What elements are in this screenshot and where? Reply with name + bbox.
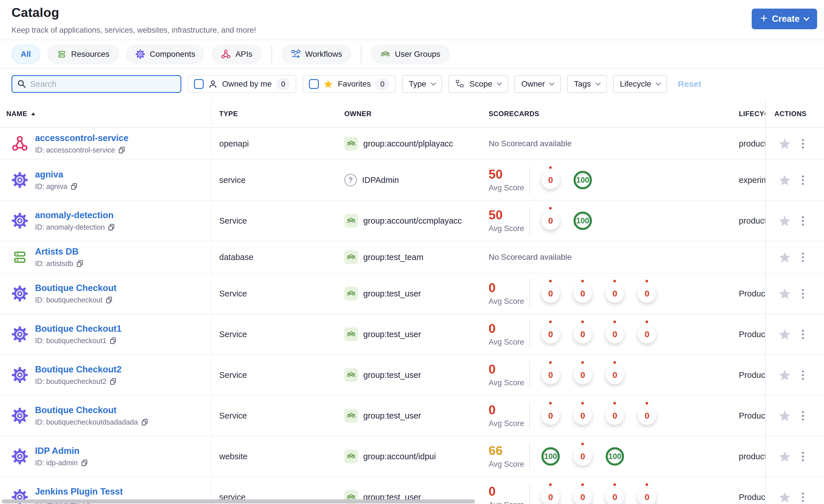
- scorecard-badge[interactable]: 0: [638, 488, 656, 504]
- copy-icon[interactable]: [141, 418, 148, 426]
- kebab-menu-icon[interactable]: [801, 174, 805, 186]
- entity-type: Service: [219, 216, 247, 225]
- favorite-star-icon[interactable]: [778, 137, 792, 150]
- entity-name-link[interactable]: anomaly-detection: [35, 210, 115, 221]
- filter-dropdown-tags[interactable]: Tags: [567, 75, 607, 93]
- kebab-menu-icon[interactable]: [801, 329, 805, 340]
- scorecard-badge[interactable]: 0: [638, 406, 656, 425]
- kebab-menu-icon[interactable]: [801, 451, 805, 463]
- scorecard-badge[interactable]: 100: [606, 447, 624, 466]
- kebab-menu-icon[interactable]: [801, 410, 805, 422]
- table-row: anomaly-detection ID: anomaly-detection …: [0, 201, 824, 241]
- no-scorecard-text: No Scorecard available: [489, 139, 572, 148]
- search-input[interactable]: [30, 80, 176, 89]
- avg-score-value: 50: [489, 209, 529, 222]
- scorecard-badge[interactable]: 0: [541, 284, 560, 303]
- scorecard-badge[interactable]: 0: [606, 284, 624, 303]
- kebab-menu-icon[interactable]: [801, 369, 805, 381]
- tab-components[interactable]: Components: [126, 45, 205, 64]
- scorecard-badge[interactable]: 0: [541, 406, 560, 425]
- copy-icon[interactable]: [109, 337, 117, 345]
- scorecard-badge[interactable]: 0: [541, 325, 560, 344]
- tab-user-groups[interactable]: User Groups: [371, 45, 449, 64]
- favorite-star-icon[interactable]: [778, 368, 792, 382]
- scorecard-badge[interactable]: 100: [574, 171, 592, 189]
- favorite-star-icon[interactable]: [778, 450, 792, 463]
- copy-icon[interactable]: [118, 146, 126, 154]
- scorecard-badge[interactable]: 0: [638, 284, 656, 303]
- scorecard-badge[interactable]: 0: [574, 366, 592, 384]
- kebab-menu-icon[interactable]: [801, 138, 805, 150]
- horizontal-scrollbar[interactable]: [2, 499, 475, 503]
- entity-name-link[interactable]: Boutique Checkout: [35, 405, 148, 415]
- entity-name-link[interactable]: Boutique Checkout: [35, 283, 116, 293]
- service-icon: [11, 172, 28, 188]
- entity-name-link[interactable]: IDP Admin: [35, 446, 88, 456]
- create-button[interactable]: + Create: [752, 9, 817, 29]
- scorecard-badge[interactable]: 0: [574, 406, 592, 425]
- scorecard-badge[interactable]: 0: [606, 406, 624, 425]
- scorecard-badge[interactable]: 0: [574, 284, 592, 303]
- kebab-menu-icon[interactable]: [801, 251, 805, 263]
- favorite-star-icon[interactable]: [778, 250, 792, 264]
- copy-icon[interactable]: [70, 182, 78, 191]
- scorecard-badge[interactable]: 0: [574, 488, 592, 504]
- tab-workflows[interactable]: Workflows: [282, 45, 351, 64]
- scorecard-badge[interactable]: 100: [541, 447, 560, 466]
- entity-name-link[interactable]: Boutique Checkout2: [35, 364, 121, 375]
- filter-dropdown-scope[interactable]: Scope: [448, 75, 508, 93]
- kebab-menu-icon[interactable]: [801, 215, 805, 227]
- scorecard-badge[interactable]: 0: [574, 325, 592, 344]
- search-box[interactable]: [11, 75, 181, 93]
- copy-icon[interactable]: [81, 459, 88, 467]
- filter-dropdown-type[interactable]: Type: [402, 75, 442, 93]
- filter-dropdown-owner[interactable]: Owner: [514, 75, 560, 93]
- favorite-star-icon[interactable]: [778, 287, 792, 300]
- favorite-star-icon[interactable]: [778, 328, 792, 341]
- filter-dropdown-lifecycle[interactable]: Lifecycle: [613, 75, 667, 93]
- kebab-menu-icon[interactable]: [801, 288, 805, 299]
- favorites-checkbox[interactable]: [309, 79, 319, 89]
- copy-icon[interactable]: [76, 260, 84, 267]
- search-icon: [17, 79, 27, 89]
- entity-name-link[interactable]: Artists DB: [35, 247, 84, 257]
- entity-name-link[interactable]: agniva: [35, 169, 78, 180]
- owned-by-me-checkbox[interactable]: [194, 79, 204, 89]
- column-header-name[interactable]: NAME: [0, 100, 212, 127]
- scorecard-badge[interactable]: 0: [541, 366, 560, 384]
- copy-icon[interactable]: [108, 223, 115, 231]
- service-icon: [11, 407, 28, 424]
- scorecard-badge[interactable]: 0: [541, 488, 560, 504]
- scorecard-badge[interactable]: 0: [574, 447, 592, 466]
- scorecard-badge[interactable]: 0: [606, 488, 624, 504]
- favorite-star-icon[interactable]: [778, 214, 792, 228]
- entity-name-link[interactable]: Boutique Checkout1: [35, 324, 121, 334]
- scorecard-badge[interactable]: 0: [638, 325, 656, 344]
- lifecycle-value: Production: [739, 493, 765, 502]
- favorite-star-icon[interactable]: [778, 173, 792, 187]
- scorecard-badge[interactable]: 0: [541, 171, 560, 189]
- favorite-star-icon[interactable]: [778, 409, 792, 422]
- scorecard-badge[interactable]: 0: [606, 325, 624, 344]
- copy-icon[interactable]: [105, 296, 113, 304]
- favorites-filter[interactable]: Favorites 0: [303, 75, 396, 93]
- kebab-menu-icon[interactable]: [801, 491, 805, 503]
- copy-icon[interactable]: [109, 378, 117, 385]
- tab-apis[interactable]: APIs: [212, 45, 262, 64]
- create-button-label: Create: [772, 14, 800, 24]
- entity-name-link[interactable]: accesscontrol-service: [35, 133, 128, 143]
- lifecycle-value: Production: [739, 411, 765, 420]
- tab-resources[interactable]: Resources: [47, 45, 119, 64]
- scorecard-badge[interactable]: 100: [574, 212, 592, 230]
- favorite-star-icon[interactable]: [778, 490, 792, 504]
- tab-all[interactable]: All: [11, 45, 40, 64]
- scorecard-badge[interactable]: 0: [606, 366, 624, 384]
- owned-by-me-filter[interactable]: Owned by me 0: [188, 75, 296, 93]
- entity-id: ID: artistsdb: [35, 259, 73, 268]
- owner-label: group:account/ccmplayacc: [363, 216, 461, 226]
- entity-name-link[interactable]: Jenkins Plugin Tesst: [35, 487, 123, 497]
- reset-filters-button[interactable]: Reset: [678, 79, 702, 89]
- table-row: Boutique Checkout ID: boutiquecheckoutds…: [0, 396, 824, 436]
- scorecard-badge[interactable]: 0: [541, 212, 560, 230]
- avg-score-value: 0: [489, 322, 529, 335]
